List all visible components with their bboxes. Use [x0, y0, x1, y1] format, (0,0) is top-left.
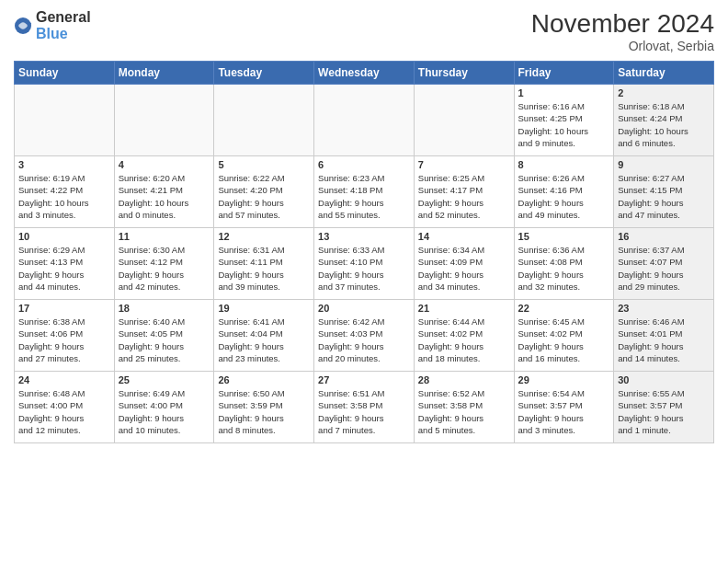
day-number: 8 [518, 159, 610, 170]
day-info: Sunrise: 6:50 AM Sunset: 3:59 PM Dayligh… [218, 387, 310, 436]
day-number: 1 [518, 87, 610, 98]
day-number: 25 [119, 374, 210, 385]
calendar-header-row: SundayMondayTuesdayWednesdayThursdayFrid… [15, 62, 714, 85]
calendar-week-row: 24Sunrise: 6:48 AM Sunset: 4:00 PM Dayli… [15, 372, 714, 443]
calendar-week-row: 3Sunrise: 6:19 AM Sunset: 4:22 PM Daylig… [15, 156, 714, 228]
calendar-cell: 21Sunrise: 6:44 AM Sunset: 4:02 PM Dayli… [414, 300, 514, 372]
calendar-cell: 14Sunrise: 6:34 AM Sunset: 4:09 PM Dayli… [414, 228, 514, 300]
day-number: 23 [618, 303, 710, 314]
day-info: Sunrise: 6:33 AM Sunset: 4:10 PM Dayligh… [318, 244, 410, 293]
calendar-cell: 3Sunrise: 6:19 AM Sunset: 4:22 PM Daylig… [15, 156, 115, 228]
calendar-dow-friday: Friday [514, 62, 614, 85]
day-info: Sunrise: 6:23 AM Sunset: 4:18 PM Dayligh… [318, 172, 410, 221]
day-info: Sunrise: 6:48 AM Sunset: 4:00 PM Dayligh… [18, 387, 110, 436]
day-number: 27 [318, 374, 410, 385]
calendar-table: SundayMondayTuesdayWednesdayThursdayFrid… [14, 61, 714, 443]
calendar-dow-sunday: Sunday [15, 62, 115, 85]
calendar-week-row: 1Sunrise: 6:16 AM Sunset: 4:25 PM Daylig… [15, 85, 714, 156]
month-title: November 2024 [531, 9, 714, 39]
day-number: 24 [18, 374, 110, 385]
calendar-cell: 11Sunrise: 6:30 AM Sunset: 4:12 PM Dayli… [114, 228, 214, 300]
page: General Blue November 2024 Orlovat, Serb… [0, 0, 728, 563]
day-info: Sunrise: 6:55 AM Sunset: 3:57 PM Dayligh… [618, 387, 710, 436]
day-info: Sunrise: 6:31 AM Sunset: 4:11 PM Dayligh… [218, 244, 310, 293]
day-info: Sunrise: 6:40 AM Sunset: 4:05 PM Dayligh… [119, 316, 210, 364]
day-info: Sunrise: 6:22 AM Sunset: 4:20 PM Dayligh… [218, 172, 310, 221]
calendar-cell [15, 85, 115, 156]
day-info: Sunrise: 6:18 AM Sunset: 4:24 PM Dayligh… [618, 100, 710, 149]
calendar-cell: 22Sunrise: 6:45 AM Sunset: 4:02 PM Dayli… [514, 300, 614, 372]
day-number: 15 [518, 231, 610, 242]
calendar-cell: 24Sunrise: 6:48 AM Sunset: 4:00 PM Dayli… [15, 372, 115, 443]
calendar-cell: 7Sunrise: 6:25 AM Sunset: 4:17 PM Daylig… [414, 156, 514, 228]
day-number: 5 [218, 159, 310, 170]
calendar-cell: 23Sunrise: 6:46 AM Sunset: 4:01 PM Dayli… [614, 300, 714, 372]
day-info: Sunrise: 6:34 AM Sunset: 4:09 PM Dayligh… [418, 244, 510, 293]
calendar-cell [314, 85, 415, 156]
day-number: 30 [618, 374, 710, 385]
day-info: Sunrise: 6:42 AM Sunset: 4:03 PM Dayligh… [318, 316, 410, 364]
day-info: Sunrise: 6:49 AM Sunset: 4:00 PM Dayligh… [119, 387, 210, 436]
day-info: Sunrise: 6:46 AM Sunset: 4:01 PM Dayligh… [618, 316, 710, 364]
day-number: 3 [18, 159, 110, 170]
day-number: 7 [418, 159, 510, 170]
calendar-cell: 15Sunrise: 6:36 AM Sunset: 4:08 PM Dayli… [514, 228, 614, 300]
calendar-cell [214, 85, 314, 156]
day-number: 26 [218, 374, 310, 385]
header: General Blue November 2024 Orlovat, Serb… [14, 9, 714, 53]
day-info: Sunrise: 6:44 AM Sunset: 4:02 PM Dayligh… [418, 316, 510, 364]
calendar-cell: 6Sunrise: 6:23 AM Sunset: 4:18 PM Daylig… [314, 156, 415, 228]
day-info: Sunrise: 6:30 AM Sunset: 4:12 PM Dayligh… [119, 244, 210, 293]
day-info: Sunrise: 6:54 AM Sunset: 3:57 PM Dayligh… [518, 387, 610, 436]
day-number: 21 [418, 303, 510, 314]
location-subtitle: Orlovat, Serbia [531, 39, 714, 53]
day-info: Sunrise: 6:26 AM Sunset: 4:16 PM Dayligh… [518, 172, 610, 221]
day-info: Sunrise: 6:36 AM Sunset: 4:08 PM Dayligh… [518, 244, 610, 293]
day-info: Sunrise: 6:19 AM Sunset: 4:22 PM Dayligh… [18, 172, 110, 221]
day-info: Sunrise: 6:38 AM Sunset: 4:06 PM Dayligh… [18, 316, 110, 364]
day-number: 13 [318, 231, 410, 242]
logo-blue: Blue [36, 26, 68, 41]
day-number: 29 [518, 374, 610, 385]
calendar-cell: 4Sunrise: 6:20 AM Sunset: 4:21 PM Daylig… [114, 156, 214, 228]
calendar-cell: 27Sunrise: 6:51 AM Sunset: 3:58 PM Dayli… [314, 372, 415, 443]
day-info: Sunrise: 6:20 AM Sunset: 4:21 PM Dayligh… [119, 172, 210, 221]
calendar-cell [114, 85, 214, 156]
day-number: 4 [119, 159, 210, 170]
day-number: 17 [18, 303, 110, 314]
day-info: Sunrise: 6:41 AM Sunset: 4:04 PM Dayligh… [218, 316, 310, 364]
day-number: 11 [119, 231, 210, 242]
logo-text: General Blue [36, 9, 91, 42]
calendar-cell: 16Sunrise: 6:37 AM Sunset: 4:07 PM Dayli… [614, 228, 714, 300]
calendar-cell: 9Sunrise: 6:27 AM Sunset: 4:15 PM Daylig… [614, 156, 714, 228]
calendar-cell: 12Sunrise: 6:31 AM Sunset: 4:11 PM Dayli… [214, 228, 314, 300]
calendar-cell: 8Sunrise: 6:26 AM Sunset: 4:16 PM Daylig… [514, 156, 614, 228]
day-number: 9 [618, 159, 710, 170]
day-number: 10 [18, 231, 110, 242]
calendar-cell: 20Sunrise: 6:42 AM Sunset: 4:03 PM Dayli… [314, 300, 415, 372]
day-info: Sunrise: 6:52 AM Sunset: 3:58 PM Dayligh… [418, 387, 510, 436]
logo-general: General [36, 9, 91, 25]
calendar-cell: 30Sunrise: 6:55 AM Sunset: 3:57 PM Dayli… [614, 372, 714, 443]
calendar-dow-thursday: Thursday [414, 62, 514, 85]
calendar-cell: 26Sunrise: 6:50 AM Sunset: 3:59 PM Dayli… [214, 372, 314, 443]
day-number: 28 [418, 374, 510, 385]
logo: General Blue [14, 9, 91, 42]
day-number: 22 [518, 303, 610, 314]
calendar-cell [414, 85, 514, 156]
calendar-week-row: 10Sunrise: 6:29 AM Sunset: 4:13 PM Dayli… [15, 228, 714, 300]
day-info: Sunrise: 6:25 AM Sunset: 4:17 PM Dayligh… [418, 172, 510, 221]
calendar-cell: 1Sunrise: 6:16 AM Sunset: 4:25 PM Daylig… [514, 85, 614, 156]
calendar-cell: 19Sunrise: 6:41 AM Sunset: 4:04 PM Dayli… [214, 300, 314, 372]
calendar-cell: 5Sunrise: 6:22 AM Sunset: 4:20 PM Daylig… [214, 156, 314, 228]
day-number: 20 [318, 303, 410, 314]
calendar-dow-tuesday: Tuesday [214, 62, 314, 85]
day-number: 12 [218, 231, 310, 242]
calendar-cell: 2Sunrise: 6:18 AM Sunset: 4:24 PM Daylig… [614, 85, 714, 156]
calendar-dow-saturday: Saturday [614, 62, 714, 85]
day-info: Sunrise: 6:29 AM Sunset: 4:13 PM Dayligh… [18, 244, 110, 293]
calendar-cell: 18Sunrise: 6:40 AM Sunset: 4:05 PM Dayli… [114, 300, 214, 372]
calendar-cell: 29Sunrise: 6:54 AM Sunset: 3:57 PM Dayli… [514, 372, 614, 443]
day-info: Sunrise: 6:37 AM Sunset: 4:07 PM Dayligh… [618, 244, 710, 293]
calendar-cell: 28Sunrise: 6:52 AM Sunset: 3:58 PM Dayli… [414, 372, 514, 443]
